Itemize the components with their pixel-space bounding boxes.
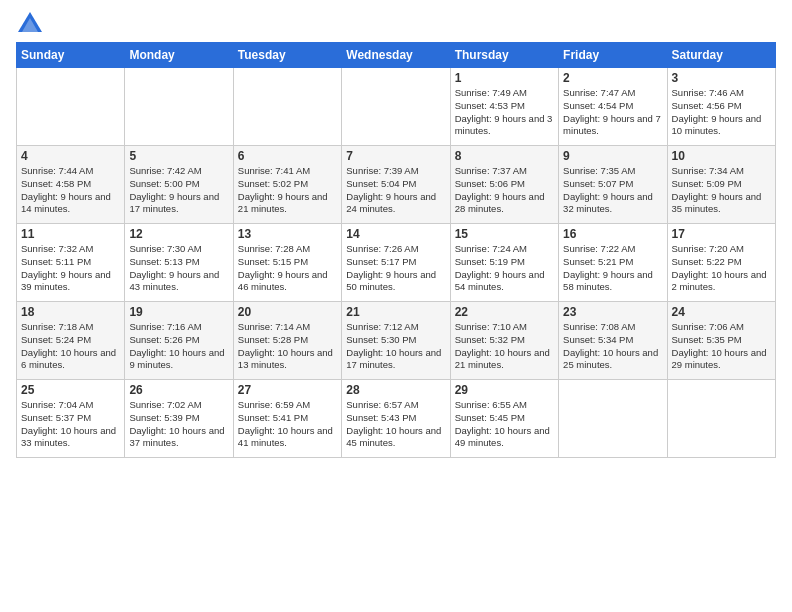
day-info: Sunrise: 7:39 AM Sunset: 5:04 PM Dayligh… [346,165,445,216]
day-number: 15 [455,227,554,241]
calendar-cell: 1Sunrise: 7:49 AM Sunset: 4:53 PM Daylig… [450,68,558,146]
day-info: Sunrise: 7:35 AM Sunset: 5:07 PM Dayligh… [563,165,662,216]
day-info: Sunrise: 7:12 AM Sunset: 5:30 PM Dayligh… [346,321,445,372]
weekday-header-friday: Friday [559,43,667,68]
day-number: 29 [455,383,554,397]
day-info: Sunrise: 7:06 AM Sunset: 5:35 PM Dayligh… [672,321,771,372]
calendar-cell: 23Sunrise: 7:08 AM Sunset: 5:34 PM Dayli… [559,302,667,380]
calendar-cell [233,68,341,146]
calendar-cell: 14Sunrise: 7:26 AM Sunset: 5:17 PM Dayli… [342,224,450,302]
day-info: Sunrise: 7:18 AM Sunset: 5:24 PM Dayligh… [21,321,120,372]
weekday-header-wednesday: Wednesday [342,43,450,68]
header [16,10,776,38]
calendar-cell: 17Sunrise: 7:20 AM Sunset: 5:22 PM Dayli… [667,224,775,302]
day-info: Sunrise: 6:55 AM Sunset: 5:45 PM Dayligh… [455,399,554,450]
calendar-cell: 27Sunrise: 6:59 AM Sunset: 5:41 PM Dayli… [233,380,341,458]
day-number: 17 [672,227,771,241]
week-row-4: 25Sunrise: 7:04 AM Sunset: 5:37 PM Dayli… [17,380,776,458]
day-info: Sunrise: 7:02 AM Sunset: 5:39 PM Dayligh… [129,399,228,450]
day-info: Sunrise: 7:16 AM Sunset: 5:26 PM Dayligh… [129,321,228,372]
weekday-header-monday: Monday [125,43,233,68]
day-number: 1 [455,71,554,85]
day-info: Sunrise: 6:59 AM Sunset: 5:41 PM Dayligh… [238,399,337,450]
day-number: 22 [455,305,554,319]
day-info: Sunrise: 7:30 AM Sunset: 5:13 PM Dayligh… [129,243,228,294]
calendar-cell [667,380,775,458]
day-number: 3 [672,71,771,85]
weekday-header-tuesday: Tuesday [233,43,341,68]
calendar-cell: 16Sunrise: 7:22 AM Sunset: 5:21 PM Dayli… [559,224,667,302]
day-info: Sunrise: 7:24 AM Sunset: 5:19 PM Dayligh… [455,243,554,294]
day-number: 20 [238,305,337,319]
day-number: 13 [238,227,337,241]
logo [16,10,48,38]
calendar-cell: 20Sunrise: 7:14 AM Sunset: 5:28 PM Dayli… [233,302,341,380]
calendar-cell: 10Sunrise: 7:34 AM Sunset: 5:09 PM Dayli… [667,146,775,224]
day-number: 23 [563,305,662,319]
weekday-header-thursday: Thursday [450,43,558,68]
calendar-cell: 24Sunrise: 7:06 AM Sunset: 5:35 PM Dayli… [667,302,775,380]
day-number: 18 [21,305,120,319]
calendar-cell: 28Sunrise: 6:57 AM Sunset: 5:43 PM Dayli… [342,380,450,458]
calendar-cell: 9Sunrise: 7:35 AM Sunset: 5:07 PM Daylig… [559,146,667,224]
calendar-cell: 7Sunrise: 7:39 AM Sunset: 5:04 PM Daylig… [342,146,450,224]
day-number: 5 [129,149,228,163]
calendar-cell [125,68,233,146]
calendar-cell: 6Sunrise: 7:41 AM Sunset: 5:02 PM Daylig… [233,146,341,224]
calendar-cell [17,68,125,146]
week-row-1: 4Sunrise: 7:44 AM Sunset: 4:58 PM Daylig… [17,146,776,224]
calendar-cell: 25Sunrise: 7:04 AM Sunset: 5:37 PM Dayli… [17,380,125,458]
day-number: 9 [563,149,662,163]
day-number: 25 [21,383,120,397]
week-row-3: 18Sunrise: 7:18 AM Sunset: 5:24 PM Dayli… [17,302,776,380]
page: SundayMondayTuesdayWednesdayThursdayFrid… [0,0,792,466]
day-info: Sunrise: 7:37 AM Sunset: 5:06 PM Dayligh… [455,165,554,216]
day-number: 11 [21,227,120,241]
day-info: Sunrise: 7:44 AM Sunset: 4:58 PM Dayligh… [21,165,120,216]
calendar-cell: 21Sunrise: 7:12 AM Sunset: 5:30 PM Dayli… [342,302,450,380]
day-number: 14 [346,227,445,241]
day-info: Sunrise: 7:04 AM Sunset: 5:37 PM Dayligh… [21,399,120,450]
calendar-table: SundayMondayTuesdayWednesdayThursdayFrid… [16,42,776,458]
calendar-cell: 19Sunrise: 7:16 AM Sunset: 5:26 PM Dayli… [125,302,233,380]
calendar-cell: 11Sunrise: 7:32 AM Sunset: 5:11 PM Dayli… [17,224,125,302]
day-info: Sunrise: 6:57 AM Sunset: 5:43 PM Dayligh… [346,399,445,450]
calendar-cell: 22Sunrise: 7:10 AM Sunset: 5:32 PM Dayli… [450,302,558,380]
weekday-header-row: SundayMondayTuesdayWednesdayThursdayFrid… [17,43,776,68]
calendar-cell: 3Sunrise: 7:46 AM Sunset: 4:56 PM Daylig… [667,68,775,146]
calendar-cell: 5Sunrise: 7:42 AM Sunset: 5:00 PM Daylig… [125,146,233,224]
day-number: 21 [346,305,445,319]
week-row-0: 1Sunrise: 7:49 AM Sunset: 4:53 PM Daylig… [17,68,776,146]
calendar-cell [342,68,450,146]
calendar-cell: 8Sunrise: 7:37 AM Sunset: 5:06 PM Daylig… [450,146,558,224]
weekday-header-sunday: Sunday [17,43,125,68]
day-number: 24 [672,305,771,319]
week-row-2: 11Sunrise: 7:32 AM Sunset: 5:11 PM Dayli… [17,224,776,302]
day-info: Sunrise: 7:46 AM Sunset: 4:56 PM Dayligh… [672,87,771,138]
day-info: Sunrise: 7:14 AM Sunset: 5:28 PM Dayligh… [238,321,337,372]
day-info: Sunrise: 7:49 AM Sunset: 4:53 PM Dayligh… [455,87,554,138]
day-number: 26 [129,383,228,397]
day-info: Sunrise: 7:42 AM Sunset: 5:00 PM Dayligh… [129,165,228,216]
day-info: Sunrise: 7:28 AM Sunset: 5:15 PM Dayligh… [238,243,337,294]
day-info: Sunrise: 7:22 AM Sunset: 5:21 PM Dayligh… [563,243,662,294]
day-number: 4 [21,149,120,163]
logo-icon [16,10,44,38]
day-number: 27 [238,383,337,397]
day-info: Sunrise: 7:32 AM Sunset: 5:11 PM Dayligh… [21,243,120,294]
calendar-cell: 13Sunrise: 7:28 AM Sunset: 5:15 PM Dayli… [233,224,341,302]
day-info: Sunrise: 7:10 AM Sunset: 5:32 PM Dayligh… [455,321,554,372]
day-info: Sunrise: 7:08 AM Sunset: 5:34 PM Dayligh… [563,321,662,372]
calendar-cell: 2Sunrise: 7:47 AM Sunset: 4:54 PM Daylig… [559,68,667,146]
day-number: 19 [129,305,228,319]
day-info: Sunrise: 7:26 AM Sunset: 5:17 PM Dayligh… [346,243,445,294]
weekday-header-saturday: Saturday [667,43,775,68]
day-number: 6 [238,149,337,163]
calendar-cell [559,380,667,458]
calendar-cell: 4Sunrise: 7:44 AM Sunset: 4:58 PM Daylig… [17,146,125,224]
day-info: Sunrise: 7:34 AM Sunset: 5:09 PM Dayligh… [672,165,771,216]
calendar-cell: 26Sunrise: 7:02 AM Sunset: 5:39 PM Dayli… [125,380,233,458]
day-number: 12 [129,227,228,241]
calendar-cell: 15Sunrise: 7:24 AM Sunset: 5:19 PM Dayli… [450,224,558,302]
calendar-cell: 29Sunrise: 6:55 AM Sunset: 5:45 PM Dayli… [450,380,558,458]
